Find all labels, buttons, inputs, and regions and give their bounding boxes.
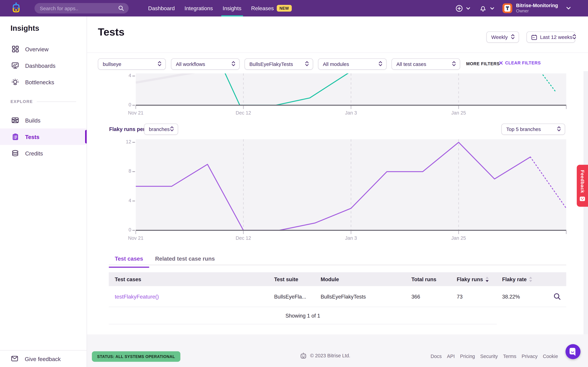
cell-total-runs: 366 — [411, 293, 457, 299]
chevron-down-icon — [490, 7, 494, 9]
filter-app-select[interactable]: bullseye — [98, 58, 166, 70]
bitrise-bot-outline-icon — [300, 352, 307, 359]
select-updown-icon — [452, 60, 456, 68]
more-filters-button[interactable]: MORE FILTERS — [466, 61, 500, 66]
account-info[interactable]: Bitrise-Monitoring Owner — [516, 3, 558, 13]
interval-select[interactable]: Weekly — [486, 32, 519, 43]
footer-link-cookie[interactable]: Cookie — [543, 354, 558, 359]
filter-test-suite-select[interactable]: BullsEyeFlakyTests — [244, 58, 313, 70]
filter-test-case-select[interactable]: All test cases — [391, 58, 460, 70]
magnifier-icon — [553, 292, 561, 300]
y-tick-label: 12 — [118, 139, 131, 145]
footer-link-security[interactable]: Security — [480, 354, 498, 359]
chevron-down-icon — [466, 7, 470, 9]
test-report-icon — [12, 133, 19, 140]
sidebar-item-builds[interactable]: Builds — [0, 112, 86, 128]
give-feedback-button[interactable]: Give feedback — [0, 350, 86, 367]
give-feedback-label: Give feedback — [25, 356, 61, 362]
flaky-dimension-select[interactable]: branches — [144, 124, 178, 135]
new-badge: NEW — [277, 5, 292, 12]
flaky-runs-chart-top: 04Nov 21Dec 12Jan 3Jan 25 — [136, 73, 566, 105]
page-title: Tests — [98, 26, 125, 38]
footer-link-privacy[interactable]: Privacy — [522, 354, 538, 359]
footer-link-terms[interactable]: Terms — [503, 354, 516, 359]
cell-flaky-rate: 38.22% — [502, 293, 547, 299]
inspect-row-button[interactable] — [547, 292, 566, 300]
table-tabs: Test cases Related test case runs — [109, 252, 221, 268]
cell-module: BullsEyeFlakyTests — [320, 293, 411, 299]
footer-link-pricing[interactable]: Pricing — [460, 354, 475, 359]
sidebar-item-label: Bottlenecks — [25, 79, 54, 85]
close-icon — [499, 61, 503, 65]
feedback-tab[interactable]: Feedback — [577, 165, 588, 207]
sidebar: Insights Overview Dashboards — [0, 17, 87, 367]
nav-integrations[interactable]: Integrations — [180, 0, 218, 17]
bot-face-icon — [579, 196, 585, 201]
top-branches-select[interactable]: Top 5 branches — [502, 124, 565, 135]
status-badge[interactable]: STATUS: ALL SYSTEMS OPERATIONAL — [92, 351, 180, 362]
chart2-svg — [136, 139, 566, 230]
footer-link-api[interactable]: API — [447, 354, 455, 359]
search-placeholder: Search for apps.. — [40, 5, 118, 11]
sidebar-item-overview[interactable]: Overview — [0, 41, 86, 57]
clear-filters-button[interactable]: CLEAR FILTERS — [499, 61, 541, 65]
table-header-row: Test cases Test suite Module Total runs … — [109, 272, 566, 286]
copyright: © 2023 Bitrise Ltd. — [300, 352, 350, 359]
navbar-right: Bitrise-Monitoring Owner — [456, 0, 571, 17]
x-tick-label: Nov 21 — [121, 235, 151, 241]
envelope-icon — [11, 356, 18, 362]
bitrise-bot-icon — [10, 2, 22, 15]
x-tick-label: Nov 21 — [121, 110, 151, 116]
pagination-status: Showing 1 of 1 — [109, 307, 497, 324]
tab-test-cases[interactable]: Test cases — [109, 252, 149, 268]
account-chevron[interactable] — [566, 7, 571, 10]
nav-insights[interactable]: Insights — [218, 0, 246, 17]
select-updown-icon — [511, 33, 515, 41]
column-total-runs: Total runs — [411, 276, 457, 282]
sidebar-item-label: Dashboards — [25, 62, 55, 69]
x-tick-label: Dec 12 — [228, 110, 258, 116]
filter-module-select[interactable]: All modules — [318, 58, 387, 70]
tab-related-test-case-runs[interactable]: Related test case runs — [149, 252, 221, 268]
x-tick-label: Jan 25 — [444, 235, 474, 241]
builds-icon — [12, 117, 19, 124]
add-new-chevron[interactable] — [466, 7, 470, 9]
bitrise-logo[interactable] — [10, 2, 22, 15]
column-flaky-rate-sortable[interactable]: Flaky rate — [502, 276, 547, 282]
filter-workflow-select[interactable]: All workflows — [171, 58, 240, 70]
sidebar-item-label: Credits — [25, 150, 43, 156]
footer-link-docs[interactable]: Docs — [431, 354, 442, 359]
test-case-link[interactable]: testFlakyFeature() — [115, 293, 274, 299]
cell-test-suite: BullsEyeFla... — [274, 293, 320, 299]
chat-widget-button[interactable] — [566, 344, 580, 359]
notifications-chevron[interactable] — [490, 7, 494, 9]
date-range-select[interactable]: Last 12 weeks — [527, 32, 575, 43]
workspace-avatar[interactable] — [502, 3, 512, 13]
y-tick-label: 0 — [118, 102, 131, 108]
coins-icon — [12, 150, 19, 157]
sort-desc-icon — [485, 276, 489, 282]
sidebar-title: Insights — [10, 24, 86, 33]
sidebar-item-tests[interactable]: Tests — [0, 128, 86, 145]
sidebar-item-credits[interactable]: Credits — [0, 145, 86, 161]
lightbulb-icon — [12, 78, 19, 86]
account-role: Owner — [516, 8, 558, 13]
monitor-chart-icon — [12, 62, 19, 69]
search-input[interactable]: Search for apps.. — [35, 3, 129, 14]
column-test-suite: Test suite — [274, 276, 320, 282]
sidebar-item-bottlenecks[interactable]: Bottlenecks — [0, 74, 86, 90]
test-cases-table: Test cases Test suite Module Total runs … — [109, 272, 566, 307]
column-test-cases: Test cases — [115, 276, 274, 282]
flaky-runs-per-label: Flaky runs per — [109, 126, 145, 132]
notifications-button[interactable] — [480, 5, 486, 12]
sort-icon — [529, 276, 533, 282]
search-icon — [118, 5, 124, 11]
calendar-icon — [531, 34, 537, 40]
nav-releases[interactable]: Releases NEW — [246, 0, 296, 17]
nav-dashboard[interactable]: Dashboard — [143, 0, 180, 17]
main-content: Tests Weekly Last 12 weeks bu — [87, 17, 588, 367]
y-tick-label: 8 — [118, 168, 131, 174]
add-new-button[interactable] — [456, 5, 463, 12]
sidebar-item-dashboards[interactable]: Dashboards — [0, 57, 86, 74]
column-flaky-runs-sortable[interactable]: Flaky runs — [457, 276, 502, 282]
